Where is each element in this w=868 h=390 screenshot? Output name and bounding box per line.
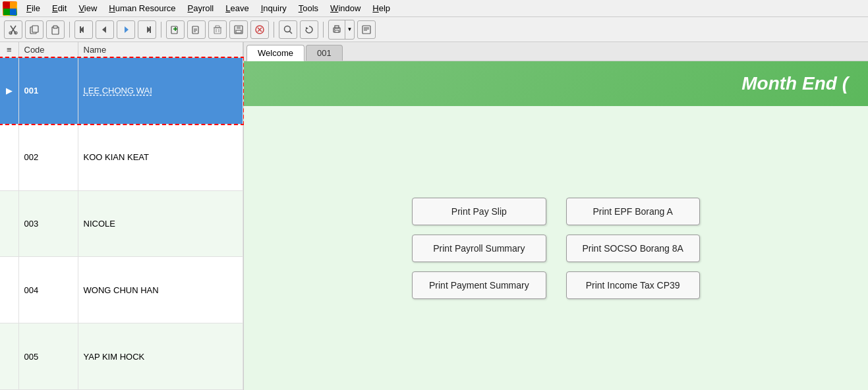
row-arrow-cell: ▶ xyxy=(0,58,18,125)
menu-bar: File Edit View Human Resource Payroll Le… xyxy=(0,0,868,17)
svg-rect-27 xyxy=(216,26,219,28)
row-name: KOO KIAN KEAT xyxy=(78,124,243,190)
tab-welcome[interactable]: Welcome xyxy=(246,45,304,61)
prev-button[interactable] xyxy=(96,20,114,39)
tab-001[interactable]: 001 xyxy=(306,45,343,61)
svg-marker-14 xyxy=(102,26,106,33)
menu-help[interactable]: Help xyxy=(367,2,395,14)
svg-line-37 xyxy=(289,31,292,34)
row-name: WONG CHUN HAN xyxy=(78,257,243,323)
buttons-grid: Print Pay Slip Print EPF Borang A Print … xyxy=(412,198,700,299)
row-code: 001 xyxy=(18,58,78,125)
left-panel: ≡ Code Name ▶ 001 LEE CHONG WAI 002 KOO … xyxy=(0,42,244,390)
menu-tools[interactable]: Tools xyxy=(293,2,324,14)
svg-rect-43 xyxy=(362,26,370,34)
toolbar: ▼ xyxy=(0,17,868,42)
row-code: 003 xyxy=(18,190,78,257)
svg-point-42 xyxy=(334,28,335,30)
menu-window[interactable]: Window xyxy=(325,2,366,14)
row-name: NICOLE xyxy=(78,190,243,257)
add-button[interactable] xyxy=(166,20,185,39)
print-dropdown[interactable]: ▼ xyxy=(328,20,355,40)
copy-button[interactable] xyxy=(25,20,43,39)
cancel-button[interactable] xyxy=(250,20,269,39)
save-button[interactable] xyxy=(229,20,248,39)
print-socso-borang-8a-button[interactable]: Print SOCSO Borang 8A xyxy=(566,235,700,262)
table-row[interactable]: 005 YAP KIM HOCK xyxy=(0,323,243,390)
svg-marker-38 xyxy=(306,27,308,30)
toolbar-sep-4 xyxy=(323,22,324,38)
edit-button[interactable] xyxy=(187,20,206,39)
col-code: Code xyxy=(18,42,78,58)
menu-human-resource[interactable]: Human Resource xyxy=(103,2,181,14)
svg-rect-41 xyxy=(335,30,339,32)
main-layout: ≡ Code Name ▶ 001 LEE CHONG WAI 002 KOO … xyxy=(0,42,868,390)
print-pay-slip-button[interactable]: Print Pay Slip xyxy=(412,198,546,225)
svg-rect-32 xyxy=(236,30,241,33)
row-code: 005 xyxy=(18,323,78,390)
col-indicator: ≡ xyxy=(0,42,18,58)
menu-payroll[interactable]: Payroll xyxy=(183,2,219,14)
svg-point-36 xyxy=(285,26,291,32)
paste-button[interactable] xyxy=(46,20,65,39)
row-arrow-cell xyxy=(0,323,18,390)
svg-marker-15 xyxy=(125,26,129,33)
next-button[interactable] xyxy=(117,20,135,39)
row-arrow-cell xyxy=(0,190,18,257)
employee-table: ≡ Code Name ▶ 001 LEE CHONG WAI 002 KOO … xyxy=(0,42,243,390)
print-payment-summary-button[interactable]: Print Payment Summary xyxy=(412,271,546,299)
search-button[interactable] xyxy=(279,20,297,39)
first-button[interactable] xyxy=(74,20,93,39)
svg-rect-40 xyxy=(335,26,339,28)
table-row[interactable]: 004 WONG CHUN HAN xyxy=(0,257,243,323)
col-name: Name xyxy=(78,42,243,58)
svg-rect-25 xyxy=(214,28,221,34)
row-name: YAP KIM HOCK xyxy=(78,323,243,390)
delete-button[interactable] xyxy=(208,20,227,39)
print-dropdown-arrow: ▼ xyxy=(345,20,354,39)
preview-button[interactable] xyxy=(357,20,376,39)
svg-rect-1 xyxy=(10,2,16,9)
menu-edit[interactable]: Edit xyxy=(47,2,72,14)
row-code: 002 xyxy=(18,124,78,190)
svg-rect-9 xyxy=(32,26,38,32)
svg-rect-31 xyxy=(237,26,241,29)
svg-rect-2 xyxy=(3,9,10,15)
row-arrow-cell xyxy=(0,257,18,323)
refresh-button[interactable] xyxy=(300,20,318,39)
print-income-tax-cp39-button[interactable]: Print Income Tax CP39 xyxy=(566,271,700,299)
header-title: Month End ( xyxy=(741,73,848,94)
page-header-banner: Month End ( xyxy=(244,61,868,106)
menu-items: File Edit View Human Resource Payroll Le… xyxy=(21,2,395,14)
action-buttons-area: Print Pay Slip Print EPF Borang A Print … xyxy=(244,106,868,390)
last-button[interactable] xyxy=(138,20,156,39)
right-panel: Welcome 001 Month End ( Print Pay Slip P… xyxy=(244,42,868,390)
menu-inquiry[interactable]: Inquiry xyxy=(256,2,292,14)
print-btn-icon xyxy=(329,20,345,39)
svg-rect-3 xyxy=(10,9,16,15)
svg-rect-18 xyxy=(171,26,177,34)
toolbar-sep-1 xyxy=(69,22,70,38)
menu-file[interactable]: File xyxy=(21,2,45,14)
svg-rect-11 xyxy=(53,26,57,28)
row-name: LEE CHONG WAI xyxy=(78,58,243,125)
svg-rect-13 xyxy=(80,26,81,33)
toolbar-sep-2 xyxy=(161,22,161,38)
table-row[interactable]: 003 NICOLE xyxy=(0,190,243,257)
print-payroll-summary-button[interactable]: Print Payroll Summary xyxy=(412,235,546,262)
toolbar-sep-3 xyxy=(274,22,274,38)
table-row[interactable]: ▶ 001 LEE CHONG WAI xyxy=(0,58,243,125)
app-logo xyxy=(3,1,17,16)
menu-leave[interactable]: Leave xyxy=(220,2,254,14)
svg-rect-0 xyxy=(3,2,10,9)
cut-button[interactable] xyxy=(4,20,22,39)
tab-bar: Welcome 001 xyxy=(244,42,868,61)
svg-rect-17 xyxy=(150,26,151,33)
table-row[interactable]: 002 KOO KIAN KEAT xyxy=(0,124,243,190)
menu-view[interactable]: View xyxy=(73,2,102,14)
row-arrow-cell xyxy=(0,124,18,190)
print-epf-borang-a-button[interactable]: Print EPF Borang A xyxy=(566,198,700,225)
row-code: 004 xyxy=(18,257,78,323)
table-header-row: ≡ Code Name xyxy=(0,42,243,58)
